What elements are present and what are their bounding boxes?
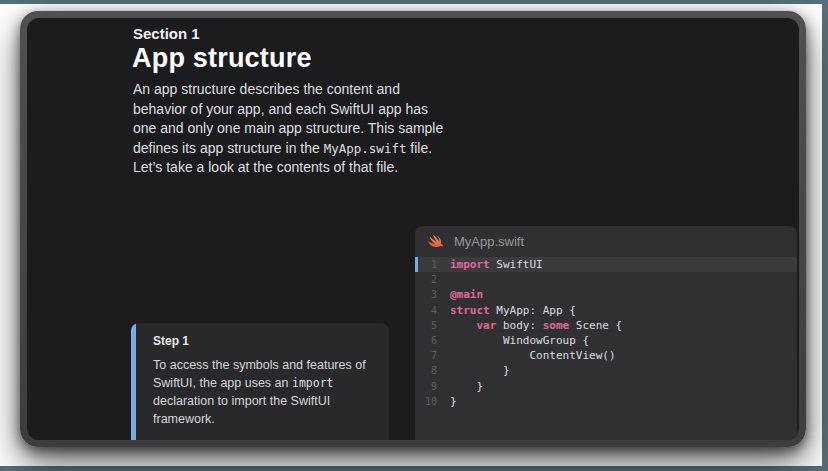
section-label: Section 1 bbox=[133, 25, 200, 42]
line-number: 4 bbox=[415, 305, 437, 316]
code-filename: MyApp.swift bbox=[454, 234, 524, 249]
step-text-post: declaration to import the SwiftUI framew… bbox=[153, 394, 330, 426]
line-number: 8 bbox=[415, 365, 437, 376]
step-inline-code: import bbox=[292, 376, 334, 390]
line-number: 6 bbox=[415, 335, 437, 346]
code-editor-header: MyApp.swift bbox=[415, 226, 797, 257]
page-title: App structure bbox=[132, 43, 312, 74]
intro-inline-code: MyApp.swift bbox=[324, 141, 407, 156]
code-editor-panel: MyApp.swift 1import SwiftUI23@main4struc… bbox=[415, 226, 797, 440]
code-line-9[interactable]: 9 } bbox=[415, 379, 797, 394]
code-text: WindowGroup { bbox=[450, 334, 589, 347]
step-accent-bar bbox=[131, 323, 136, 440]
code-text: } bbox=[450, 364, 510, 377]
line-number: 3 bbox=[415, 289, 437, 300]
code-line-7[interactable]: 7 ContentView() bbox=[415, 348, 797, 363]
code-line-5[interactable]: 5 var body: some Scene { bbox=[415, 318, 797, 333]
code-text: ContentView() bbox=[450, 349, 616, 362]
line-number: 5 bbox=[415, 320, 437, 331]
line-number: 1 bbox=[415, 259, 437, 270]
code-line-3[interactable]: 3@main bbox=[415, 287, 797, 302]
code-line-1[interactable]: 1import SwiftUI bbox=[415, 257, 797, 272]
lesson-intro-paragraph: An app structure describes the content a… bbox=[133, 80, 455, 178]
step-body: To access the symbols and features of Sw… bbox=[153, 356, 371, 428]
code-text: } bbox=[450, 395, 457, 408]
tutorial-screen: Section 1 App structure An app structure… bbox=[27, 18, 799, 440]
code-line-4[interactable]: 4struct MyApp: App { bbox=[415, 303, 797, 318]
code-line-8[interactable]: 8 } bbox=[415, 363, 797, 378]
device-frame: Section 1 App structure An app structure… bbox=[20, 11, 806, 447]
code-text: } bbox=[450, 380, 483, 393]
line-number: 9 bbox=[415, 381, 437, 392]
code-text: @main bbox=[450, 288, 483, 301]
code-text: import SwiftUI bbox=[450, 258, 543, 271]
code-text: var body: some Scene { bbox=[450, 319, 622, 332]
step-title: Step 1 bbox=[153, 334, 371, 348]
line-number: 7 bbox=[415, 350, 437, 361]
line-number: 2 bbox=[415, 274, 437, 285]
code-lines: 1import SwiftUI23@main4struct MyApp: App… bbox=[415, 257, 797, 409]
highlight-accent-bar bbox=[415, 257, 418, 272]
swift-bird-icon bbox=[428, 233, 445, 250]
step-card: Step 1 To access the symbols and feature… bbox=[131, 323, 389, 440]
code-line-10[interactable]: 10} bbox=[415, 394, 797, 409]
step-card-content: Step 1 To access the symbols and feature… bbox=[136, 323, 389, 440]
code-line-2[interactable]: 2 bbox=[415, 272, 797, 287]
code-text: struct MyApp: App { bbox=[450, 304, 576, 317]
step-text-pre: To access the symbols and features of Sw… bbox=[153, 358, 366, 390]
code-line-6[interactable]: 6 WindowGroup { bbox=[415, 333, 797, 348]
line-number: 10 bbox=[415, 396, 437, 407]
